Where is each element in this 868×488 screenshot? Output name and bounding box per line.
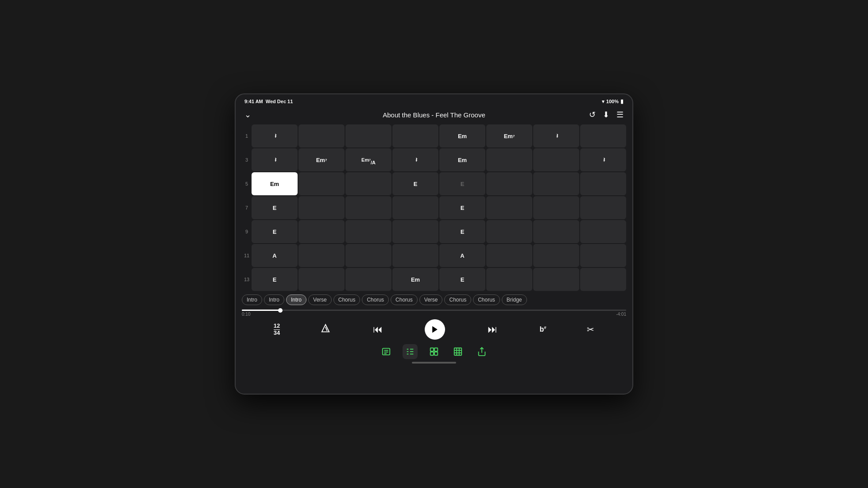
chord-cell[interactable]: 𝄽 xyxy=(252,148,298,171)
chord-cell[interactable]: Em7 xyxy=(486,124,532,147)
chord-cell[interactable] xyxy=(392,196,438,219)
chord-cell[interactable] xyxy=(533,244,579,267)
progress-bar[interactable] xyxy=(242,310,626,311)
svg-rect-16 xyxy=(434,352,438,355)
chord-cell[interactable] xyxy=(345,124,391,147)
chord-cell[interactable] xyxy=(486,220,532,243)
section-verse-2[interactable]: Verse xyxy=(419,294,443,305)
chord-cell[interactable]: E xyxy=(252,220,298,243)
chord-cell[interactable] xyxy=(533,220,579,243)
status-bar: 9:41 AM Wed Dec 11 ▾ 100% ▮ xyxy=(236,94,632,107)
back-button[interactable]: ⌄ xyxy=(244,110,251,120)
section-chorus-1[interactable]: Chorus xyxy=(333,294,360,305)
lyrics-view-button[interactable] xyxy=(379,344,394,359)
status-right: ▾ 100% ▮ xyxy=(602,98,624,105)
metronome-button[interactable] xyxy=(321,324,330,336)
chord-cell[interactable]: A xyxy=(252,244,298,267)
chord-cell[interactable] xyxy=(392,124,438,147)
chord-grid-view-button[interactable] xyxy=(450,344,465,359)
section-intro-2[interactable]: Intro xyxy=(264,294,284,305)
chord-cell[interactable] xyxy=(345,172,391,195)
chord-cells-13: E Em E xyxy=(252,268,626,291)
chord-cell[interactable]: 𝄽 xyxy=(252,124,298,147)
fast-forward-button[interactable]: ⏭ xyxy=(486,322,499,337)
remaining-time: -4:01 xyxy=(616,312,626,317)
scissors-button[interactable]: ✂ xyxy=(587,324,594,335)
chord-cell[interactable] xyxy=(580,268,626,291)
row-number-3: 3 xyxy=(242,148,252,171)
chord-cell[interactable]: A xyxy=(439,244,485,267)
chord-cell[interactable]: E xyxy=(392,172,438,195)
section-verse-1[interactable]: Verse xyxy=(308,294,332,305)
section-intro-3[interactable]: Intro xyxy=(286,294,306,305)
chord-cell[interactable] xyxy=(298,268,345,291)
chord-cell[interactable] xyxy=(298,124,345,147)
section-intro-1[interactable]: Intro xyxy=(242,294,262,305)
chord-cell[interactable] xyxy=(533,172,579,195)
section-chorus-3[interactable]: Chorus xyxy=(391,294,418,305)
play-button[interactable] xyxy=(425,319,445,340)
chord-cell[interactable] xyxy=(486,244,532,267)
chord-cell[interactable] xyxy=(392,220,438,243)
section-chorus-2[interactable]: Chorus xyxy=(362,294,389,305)
chord-cell-active[interactable]: Em xyxy=(252,172,298,195)
chord-cell[interactable]: Em xyxy=(439,124,485,147)
chord-cell[interactable] xyxy=(580,244,626,267)
chord-cell[interactable] xyxy=(298,196,345,219)
chord-cell[interactable]: Em xyxy=(439,148,485,171)
export-button[interactable]: ⬇ xyxy=(603,110,609,120)
row-number-13: 13 xyxy=(242,268,252,291)
row-number-9: 9 xyxy=(242,220,252,243)
key-signature-button[interactable]: b# xyxy=(539,325,546,333)
chord-list-view-button[interactable] xyxy=(403,344,418,359)
chord-cell[interactable]: 𝄽 xyxy=(392,148,438,171)
chord-cell[interactable] xyxy=(298,220,345,243)
chord-cell[interactable]: 𝄽 xyxy=(580,148,626,171)
time-signature[interactable]: 12 34 xyxy=(274,323,280,336)
share-view-button[interactable] xyxy=(474,344,489,359)
chord-cell[interactable] xyxy=(486,268,532,291)
chord-cell[interactable]: Em xyxy=(392,268,438,291)
chord-row-9: 9 E E xyxy=(242,220,626,243)
chord-cell[interactable] xyxy=(486,172,532,195)
undo-button[interactable]: ↺ xyxy=(589,110,596,120)
progress-fill xyxy=(242,310,280,311)
chord-compact-view-button[interactable] xyxy=(426,344,442,359)
chord-cell[interactable]: E xyxy=(252,268,298,291)
progress-times: 0:10 -4:01 xyxy=(242,311,626,318)
chord-row-1: 1 𝄽 Em Em7 𝄽 xyxy=(242,124,626,147)
chord-cell[interactable] xyxy=(580,172,626,195)
chord-cell[interactable] xyxy=(580,196,626,219)
chord-cell[interactable] xyxy=(345,244,391,267)
chord-cell[interactable] xyxy=(580,220,626,243)
chord-cell[interactable]: Em7/A xyxy=(345,148,391,171)
section-chorus-5[interactable]: Chorus xyxy=(473,294,500,305)
chord-cell[interactable]: E xyxy=(439,268,485,291)
chord-cell[interactable] xyxy=(486,148,532,171)
chord-cell[interactable] xyxy=(298,172,345,195)
chord-row-3: 3 𝄽 Em7 Em7/A 𝄽 Em 𝄽 xyxy=(242,148,626,171)
chord-row-5: 5 Em E E xyxy=(242,172,626,195)
section-chorus-4[interactable]: Chorus xyxy=(444,294,471,305)
chord-cell[interactable]: 𝄽 xyxy=(533,124,579,147)
chord-cell[interactable] xyxy=(298,244,345,267)
rewind-button[interactable]: ⏮ xyxy=(371,322,384,337)
transport-controls: 12 34 ⏮ ⏭ b# ✂ xyxy=(236,318,632,341)
chord-cell[interactable]: Em7 xyxy=(298,148,345,171)
chord-cell[interactable] xyxy=(533,196,579,219)
menu-button[interactable]: ☰ xyxy=(616,110,624,120)
chord-cell[interactable] xyxy=(345,268,391,291)
chord-cell[interactable] xyxy=(392,244,438,267)
progress-handle[interactable] xyxy=(278,308,283,313)
chord-cell[interactable]: E xyxy=(439,196,485,219)
chord-cell[interactable] xyxy=(486,196,532,219)
chord-cell[interactable]: E xyxy=(252,196,298,219)
chord-cell[interactable] xyxy=(533,268,579,291)
chord-cell[interactable] xyxy=(580,124,626,147)
chord-cell[interactable] xyxy=(533,148,579,171)
chord-cell[interactable] xyxy=(345,196,391,219)
section-bridge[interactable]: Bridge xyxy=(502,294,527,305)
chord-cell[interactable] xyxy=(345,220,391,243)
chord-cell[interactable]: E xyxy=(439,220,485,243)
chord-cell[interactable]: E xyxy=(439,172,485,195)
